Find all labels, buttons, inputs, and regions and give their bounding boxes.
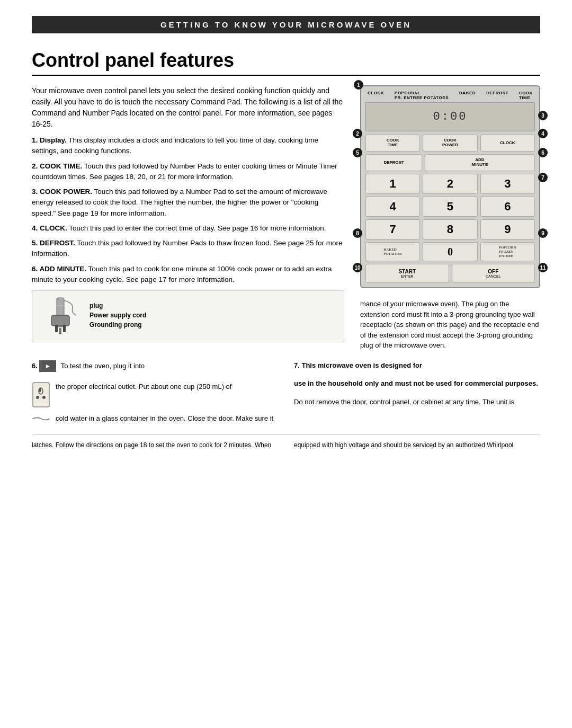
svg-point-9 [42, 396, 46, 399]
outlet-icon [32, 381, 50, 408]
clock-label: CLOCK [500, 141, 515, 146]
num-1-button[interactable]: 1 [365, 174, 420, 194]
left-column: Your microwave oven control panel lets y… [32, 85, 344, 342]
num-9-button[interactable]: 9 [480, 219, 535, 239]
label-defrost: DEFROST [486, 91, 508, 100]
btn-row-1: COOKTIME COOKPOWER CLOCK [365, 135, 535, 152]
num-5-button[interactable]: 5 [423, 197, 477, 217]
svg-point-8 [36, 396, 39, 399]
feature-item-4: 4. CLOCK. Touch this pad to enter the co… [32, 223, 344, 234]
num-6-button[interactable]: 6 [480, 197, 535, 217]
num-7: 7 [390, 223, 396, 236]
num-6: 6 [504, 200, 511, 214]
feature-item-3: 3. COOK POWER. Touch this pad followed b… [32, 187, 344, 219]
section-title: Control panel features [32, 49, 540, 76]
enter-label: ENTER [401, 274, 414, 278]
baked-potatoes-button[interactable]: BAKEDPOTATOES [365, 242, 420, 261]
svg-rect-1 [51, 315, 69, 326]
callout-2: 2 [353, 129, 362, 138]
callout-5: 5 [353, 148, 362, 157]
svg-rect-6 [33, 383, 49, 407]
features-list: 1. Display. This display includes a cloc… [32, 135, 344, 285]
power-label: Power supply cord [90, 312, 146, 319]
bottom-right: equipped with high voltage and should be… [294, 440, 540, 450]
svg-rect-2 [55, 325, 58, 332]
num-4: 4 [390, 200, 396, 214]
footer-left: 6. ► To test the oven, plug it into the … [32, 360, 278, 424]
add-minute-label: ADDMINUTE [472, 158, 488, 167]
plug-section: plug Power supply cord Grounding prong [32, 290, 344, 342]
callout-1: 1 [354, 80, 363, 90]
callout-7: 7 [538, 173, 548, 182]
bottom-special-row: BAKEDPOTATOES 0 POPCORNFROZENENTREE [365, 242, 535, 261]
clock-button[interactable]: CLOCK [480, 135, 535, 152]
outlet-text-span: the proper electrical outlet. Put about … [56, 383, 231, 390]
number-grid: 1 2 3 4 5 6 7 8 9 [365, 174, 535, 239]
label-cook-time: COOKTIME [519, 91, 533, 100]
callout-10: 10 [353, 263, 362, 272]
plug-label: plug [90, 302, 146, 309]
outlet-text: the proper electrical outlet. Put about … [56, 381, 231, 392]
bottom-left: latches. Follow the directions on page 1… [32, 440, 278, 450]
cook-power-label: COOKPOWER [442, 138, 458, 148]
start-button[interactable]: START ENTER [365, 264, 449, 283]
callout-6: 6 [538, 148, 548, 157]
popcorn-entree-label: POPCORNFROZENENTREE [499, 245, 516, 258]
cold-water-text: cold water in a glass container in the o… [56, 413, 273, 424]
callout-4: 4 [538, 129, 548, 138]
popcorn-entree-button[interactable]: POPCORNFROZENENTREE [480, 242, 535, 261]
num-0-button[interactable]: 0 [423, 242, 477, 261]
outlet-row: the proper electrical outlet. Put about … [32, 381, 278, 408]
feature-item-2: 2. COOK TIME. Touch this pad followed by… [32, 161, 344, 183]
svg-rect-3 [63, 325, 66, 332]
use-bold-text: use in the household only and must not b… [294, 378, 540, 389]
defrost-button[interactable]: DEFROST [365, 154, 422, 171]
callout-9: 9 [538, 228, 548, 238]
plug-diagram [37, 295, 84, 338]
right-intro-text: 7. This microwave oven is designed for [294, 361, 422, 369]
action-row: START ENTER OFF CANCEL [365, 264, 535, 283]
main-content: Your microwave oven control panel lets y… [32, 85, 540, 351]
cook-power-button[interactable]: COOKPOWER [423, 135, 477, 152]
label-popcorn: POPCORN/FR. ENTREE POTATOES [395, 91, 449, 100]
cold-water-span: cold water in a glass container in the o… [56, 414, 273, 422]
intro-text: Your microwave oven control panel lets y… [32, 85, 344, 130]
grounding-label: Grounding prong [90, 321, 146, 329]
panel-wrapper: 1 3 4 5 6 2 7 8 9 10 11 [360, 85, 540, 288]
right-section-text: mance of your microwave oven). The plug … [360, 299, 540, 351]
num-3: 3 [504, 177, 511, 191]
page-wrapper: GETTING TO KNOW YOUR MICROWAVE OVEN Cont… [0, 0, 572, 728]
water-icon [32, 413, 50, 424]
footer-section: 6. ► To test the oven, plug it into the … [32, 360, 540, 424]
cancel-label: CANCEL [486, 274, 501, 278]
num-8: 8 [447, 223, 453, 236]
right-column: 1 3 4 5 6 2 7 8 9 10 11 [360, 85, 540, 351]
off-button[interactable]: OFF CANCEL [452, 264, 535, 283]
num-7-button[interactable]: 7 [365, 219, 420, 239]
display-text: 0:00 [433, 110, 468, 123]
label-baked: BAKED [459, 91, 476, 100]
bottom-strip: latches. Follow the directions on page 1… [32, 434, 540, 450]
callout-8: 8 [353, 228, 362, 238]
do-not-text: Do not remove the door, control panel, o… [294, 397, 540, 407]
footer-left-intro: 6. ► To test the oven, plug it into [32, 360, 278, 372]
microwave-panel: CLOCK POPCORN/FR. ENTREE POTATOES BAKED … [360, 85, 540, 288]
num-5: 5 [447, 200, 453, 214]
add-minute-button[interactable]: ADDMINUTE [425, 154, 535, 171]
cook-time-button[interactable]: COOKTIME [365, 135, 420, 152]
num-2: 2 [447, 177, 453, 191]
num-8-button[interactable]: 8 [423, 219, 477, 239]
defrost-label: DEFROST [383, 161, 404, 165]
svg-rect-4 [59, 328, 61, 334]
label-clock: CLOCK [368, 91, 384, 100]
display-area: 0:00 [365, 102, 535, 131]
off-label: OFF [488, 269, 498, 274]
num-4-button[interactable]: 4 [365, 197, 420, 217]
num-2-button[interactable]: 2 [423, 174, 477, 194]
plug-labels: plug Power supply cord Grounding prong [90, 302, 146, 331]
right-text: mance of your microwave oven). The plug … [360, 299, 540, 351]
num-3-button[interactable]: 3 [480, 174, 535, 194]
footer-right-intro: 7. This microwave oven is designed for [294, 360, 540, 371]
num-1: 1 [390, 177, 396, 191]
btn-row-2: DEFROST ADDMINUTE [365, 154, 535, 171]
